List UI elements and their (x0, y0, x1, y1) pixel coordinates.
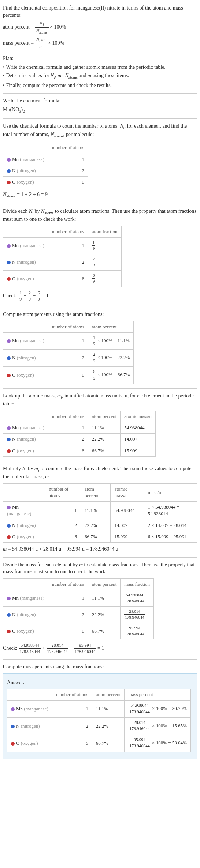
plan-bullet-1: • Write the chemical formula and gather … (3, 64, 197, 71)
formula-section: Write the chemical formula: Mn(NO3)2 (3, 97, 197, 114)
table-row: N (nitrogen)222.2%28.014178.946044 × 100… (7, 718, 191, 735)
table-row: O (oxygen)669 (3, 270, 122, 287)
molmass-total: m = 54.938044 u + 28.014 u + 95.994 u = … (3, 546, 197, 553)
table-row: O (oxygen)666.7%95.994178.946044 × 100% … (7, 735, 191, 752)
dot-icon (7, 277, 11, 281)
table-row: N (nitrogen)229 (3, 254, 122, 270)
atompct-heading: Compute atom percents using the atom fra… (3, 311, 197, 318)
divider (3, 204, 197, 204)
divider (3, 93, 197, 94)
dot-icon (7, 506, 11, 509)
atom-percent-formula: atom percent = NiNatoms × 100% (3, 20, 197, 35)
mass-pct-fraction: Ni mim (35, 37, 47, 50)
table-row: O (oxygen)666.7%95.994178.946044 (3, 623, 154, 639)
atom-fraction-section: Divide each Ni by Natoms to calculate at… (3, 208, 197, 302)
atom-pct-label: atom percent = (3, 24, 34, 30)
divider (3, 118, 197, 119)
atomic-mass-table: number of atomsatom percentatomic mass/u… (3, 411, 156, 457)
dot-icon (7, 339, 11, 343)
intro-text: Find the elemental composition for manga… (3, 4, 197, 19)
atomfrac-check: Check: 19 + 29 + 69 = 1 (3, 290, 197, 302)
masspct-heading: Compute mass percents using the mass fra… (3, 663, 197, 671)
answer-label: Answer: (7, 679, 193, 686)
atomic-mass-section: Look up the atomic mass, mi, in unified … (3, 392, 197, 457)
times-100: × 100% (50, 24, 66, 30)
dot-icon (7, 449, 11, 453)
table-row: O (oxygen)669 × 100% = 66.7% (3, 367, 134, 384)
divider (3, 461, 197, 461)
dot-icon (7, 244, 11, 248)
atomicmass-heading: Look up the atomic mass, mi, in unified … (3, 392, 197, 408)
dot-icon (7, 438, 11, 441)
table-row: O (oxygen)666.7%15.9996 × 15.999 = 95.99… (3, 531, 197, 542)
natoms-total: Natoms = 1 + 2 + 6 = 9 (3, 191, 197, 199)
dot-icon (7, 613, 11, 617)
dot-icon (7, 374, 11, 377)
divider (3, 659, 197, 660)
molecular-mass-table: number of atomsatom percentatomic mass/u… (3, 483, 197, 543)
table-row: Mn (manganese)119 × 100% = 11.1% (3, 332, 134, 350)
plan-heading: Plan: (3, 55, 197, 62)
mass-percent-formula: mass percent = Ni mim × 100% (3, 37, 197, 50)
dot-icon (7, 630, 11, 633)
col-number-of-atoms: number of atoms (48, 142, 88, 154)
count-table: number of atoms Mn (manganese)1 N (nitro… (3, 142, 88, 188)
table-row: Mn (manganese)119 (3, 237, 122, 254)
table-row: Mn (manganese)111.1%54.938044178.946044 (3, 590, 154, 606)
count-heading: Use the chemical formula to count the nu… (3, 122, 197, 139)
plan-section: Plan: • Write the chemical formula and g… (3, 55, 197, 89)
dot-icon (7, 535, 11, 539)
table-row: N (nitrogen)229 × 100% = 22.2% (3, 350, 134, 367)
plan-bullet-3: • Finally, compute the percents and chec… (3, 82, 197, 89)
divider (3, 307, 197, 307)
dot-icon (7, 261, 11, 264)
dot-icon (7, 169, 11, 173)
atom-percent-section: Compute atom percents using the atom fra… (3, 311, 197, 384)
dot-icon (11, 725, 15, 728)
atomfrac-heading: Divide each Ni by Natoms to calculate at… (3, 208, 197, 223)
dot-icon (7, 356, 11, 360)
dot-icon (11, 707, 15, 711)
molmass-heading: Multiply Ni by mi to compute the mass fo… (3, 465, 197, 480)
answer-box: Answer: number of atomsatom percentmass … (3, 673, 197, 759)
count-section: Use the chemical formula to count the nu… (3, 122, 197, 199)
atom-pct-fraction: NiNatoms (35, 20, 49, 35)
dot-icon (11, 742, 15, 746)
table-row: Mn (manganese)111.1%54.9380441 × 54.9380… (3, 502, 197, 520)
table-row: Mn (manganese)1 (3, 154, 88, 165)
molecular-mass-section: Multiply Ni by mi to compute the mass fo… (3, 465, 197, 553)
massfrac-heading: Divide the mass for each element by m to… (3, 561, 197, 575)
atom-percent-table: number of atomsatom percent Mn (manganes… (3, 321, 134, 384)
dot-icon (7, 426, 11, 430)
dot-icon (7, 181, 11, 184)
table-row: O (oxygen)666.7%15.999 (3, 445, 156, 456)
table-row: N (nitrogen)222.2%28.014178.946044 (3, 606, 154, 623)
table-row: Mn (manganese)111.1%54.938044178.946044 … (7, 701, 191, 718)
chemical-formula: Mn(NO3)2 (3, 106, 197, 114)
dot-icon (7, 597, 11, 600)
formula-heading: Write the chemical formula: (3, 97, 197, 105)
mass-fraction-section: Divide the mass for each element by m to… (3, 561, 197, 655)
divider (3, 388, 197, 389)
mass-fraction-table: number of atomsatom percentmass fraction… (3, 578, 154, 639)
answer-table: number of atomsatom percentmass percent … (7, 689, 191, 752)
dot-icon (7, 524, 11, 528)
table-row: O (oxygen)6 (3, 176, 88, 188)
plan-bullet-2: • Determine values for Ni, mi, Natoms an… (3, 72, 197, 80)
table-row: N (nitrogen)2 (3, 165, 88, 176)
table-row: N (nitrogen)222.2%14.0072 × 14.007 = 28.… (3, 520, 197, 531)
table-row: Mn (manganese)111.1%54.938044 (3, 422, 156, 434)
dot-icon (7, 158, 11, 162)
mass-pct-label: mass percent = (3, 40, 34, 46)
times-100-b: × 100% (48, 40, 64, 46)
atom-fraction-table: number of atomsatom fraction Mn (mangane… (3, 226, 122, 287)
mass-percent-section: Compute mass percents using the mass fra… (3, 663, 197, 759)
intro-section: Find the elemental composition for manga… (3, 4, 197, 50)
divider (3, 557, 197, 558)
massfrac-check: Check: 54.938044178.946044 + 28.014178.9… (3, 642, 197, 655)
table-row: N (nitrogen)222.2%14.007 (3, 434, 156, 445)
